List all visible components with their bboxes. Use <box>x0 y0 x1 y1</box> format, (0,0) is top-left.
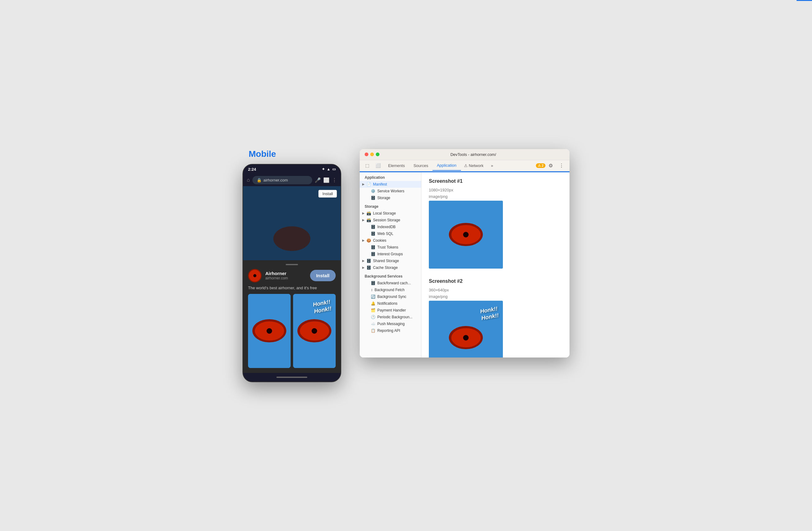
sidebar-item-bg-fetch[interactable]: ↕ Background Fetch <box>360 287 421 293</box>
interest-groups-icon: 🗄️ <box>371 252 375 256</box>
shared-storage-icon: 🗄️ <box>366 259 371 263</box>
sidebar-item-manifest[interactable]: ▶ 📄 Manifest <box>360 181 421 188</box>
sidebar-item-indexeddb[interactable]: 🗄️ IndexedDB <box>360 224 421 230</box>
sidebar-item-periodic-bg[interactable]: 🕐 Periodic Backgroun... <box>360 314 421 320</box>
tab-sources[interactable]: Sources <box>409 161 433 170</box>
reporting-api-label: Reporting API <box>377 329 400 333</box>
devtools-sidebar: Application ▶ 📄 Manifest ⚙️ Service Work… <box>360 172 421 358</box>
mobile-section: Mobile 2:24 ✦ ▲ ▭ ⌂ 🔒 airhorner.com 🎤 <box>243 149 341 382</box>
sidebar-item-interest-groups[interactable]: 🗄️ Interest Groups <box>360 251 421 257</box>
device-icon[interactable]: ⬜ <box>372 160 384 170</box>
sidebar-item-cache-storage[interactable]: ▶ 🗄️ Cache Storage <box>360 264 421 271</box>
tab-application[interactable]: Application <box>433 160 461 171</box>
minimize-button[interactable] <box>370 153 374 156</box>
cookies-icon: 🍪 <box>366 238 371 243</box>
sidebar-item-backforward[interactable]: 🗄️ Back/forward cach... <box>360 280 421 287</box>
screenshot-1-preview <box>429 201 503 269</box>
warning-badge: ⚠ 2 <box>536 163 546 168</box>
horn-mid-s2 <box>451 328 481 347</box>
horn-outer-1 <box>252 319 286 343</box>
sidebar-item-notifications[interactable]: 🔔 Notifications <box>360 300 421 307</box>
cache-storage-label: Cache Storage <box>373 266 398 270</box>
session-storage-label: Session Storage <box>373 218 400 222</box>
interest-groups-label: Interest Groups <box>377 252 403 256</box>
inspect-icon[interactable]: ⬚ <box>362 160 372 170</box>
cookies-label: Cookies <box>373 238 386 243</box>
devtools-title: DevTools - airhorner.com/ <box>382 152 565 157</box>
page-wrapper: Mobile 2:24 ✦ ▲ ▭ ⌂ 🔒 airhorner.com 🎤 <box>243 149 569 382</box>
app-name: Airhorner <box>265 271 306 276</box>
sidebar-item-local-storage[interactable]: ▶ 🗃️ Local Storage <box>360 210 421 217</box>
sidebar-item-shared-storage[interactable]: ▶ 🗄️ Shared Storage <box>360 257 421 264</box>
phone-url-box[interactable]: 🔒 airhorner.com <box>252 176 312 184</box>
honk-text-2: Honk!!Honk!! <box>313 298 332 315</box>
storage-icon: 🗄️ <box>371 196 375 200</box>
screenshot-1-visual <box>429 201 503 269</box>
settings-icon[interactable]: ⚙ <box>546 160 556 171</box>
bg-sync-icon: 🔄 <box>371 294 375 299</box>
tab-network-label: Network <box>469 163 484 168</box>
sidebar-item-reporting-api[interactable]: 📋 Reporting API <box>360 327 421 334</box>
horn-outer-2 <box>298 319 331 343</box>
maximize-button[interactable] <box>376 153 379 156</box>
devtools-body: Application ▶ 📄 Manifest ⚙️ Service Work… <box>360 172 569 358</box>
tab-more[interactable]: » <box>487 161 497 170</box>
horn-visual-1 <box>248 294 291 368</box>
sidebar-item-session-storage[interactable]: ▶ 🗃️ Session Storage <box>360 217 421 224</box>
app-info: Airhorner airhorner.com <box>265 271 306 280</box>
horn-outer-s2 <box>449 326 483 349</box>
install-button-top[interactable]: Install <box>318 190 337 198</box>
sidebar-item-trust-tokens[interactable]: 🗄️ Trust Tokens <box>360 244 421 251</box>
sidebar-item-websql[interactable]: 🗄️ Web SQL <box>360 230 421 237</box>
screenshot-1-title: Screenshot #1 <box>429 179 562 184</box>
bg-fetch-label: Background Fetch <box>375 288 404 292</box>
service-workers-icon: ⚙️ <box>371 189 375 193</box>
tab-overflow-icon[interactable]: ⋮ <box>556 160 567 171</box>
chevron-icon-cookies: ▶ <box>362 239 365 242</box>
phone-screenshot-2: Honk!!Honk!! <box>293 294 336 368</box>
install-button-main[interactable]: Install <box>310 270 336 281</box>
local-storage-icon: 🗃️ <box>366 211 371 215</box>
sidebar-item-bg-sync[interactable]: 🔄 Background Sync <box>360 293 421 300</box>
screenshot-2-visual: Honk!!Honk!! <box>429 301 503 358</box>
manifest-label: Manifest <box>373 182 387 186</box>
more-icon[interactable]: ⋮ <box>332 177 337 183</box>
sidebar-item-cookies[interactable]: ▶ 🍪 Cookies <box>360 237 421 244</box>
cache-storage-icon: 🗄️ <box>366 266 371 270</box>
chevron-icon-manifest: ▶ <box>362 182 365 186</box>
backforward-label: Back/forward cach... <box>377 281 411 285</box>
mobile-label: Mobile <box>249 149 276 159</box>
sidebar-item-push-messaging[interactable]: ☁️ Push Messaging <box>360 320 421 327</box>
session-storage-icon: 🗃️ <box>366 218 371 222</box>
honk-text-preview-2: Honk!!Honk!! <box>480 305 499 321</box>
network-warning-icon: ⚠ <box>464 163 468 168</box>
mic-icon[interactable]: 🎤 <box>315 177 321 183</box>
horn-inner-2 <box>311 328 317 334</box>
manifest-icon: 📄 <box>366 182 371 186</box>
cast-icon[interactable]: ⬜ <box>323 177 330 183</box>
periodic-bg-icon: 🕐 <box>371 315 375 319</box>
push-messaging-icon: ☁️ <box>371 322 375 326</box>
sidebar-item-service-workers[interactable]: ⚙️ Service Workers <box>360 188 421 195</box>
tab-elements[interactable]: Elements <box>384 161 409 170</box>
app-install-row: Airhorner airhorner.com Install <box>248 269 336 282</box>
phone-status-bar: 2:24 ✦ ▲ ▭ <box>243 165 340 174</box>
home-icon[interactable]: ⌂ <box>247 177 250 183</box>
screenshot-2-dimensions: 360×640px <box>429 288 562 292</box>
backforward-icon: 🗄️ <box>371 281 375 285</box>
payment-handler-icon: 🗂️ <box>371 308 375 312</box>
screenshot-1-type: image/png <box>429 194 562 199</box>
lock-icon: 🔒 <box>257 178 262 182</box>
chevron-icon-session: ▶ <box>362 218 365 222</box>
screenshot-2-title: Screenshot #2 <box>429 278 562 284</box>
websql-icon: 🗄️ <box>371 232 375 236</box>
sidebar-item-payment-handler[interactable]: 🗂️ Payment Handler <box>360 307 421 314</box>
push-messaging-label: Push Messaging <box>377 322 405 326</box>
sidebar-item-storage[interactable]: 🗄️ Storage <box>360 195 421 201</box>
close-button[interactable] <box>365 153 368 156</box>
devtools-tabs-bar: ⬚ ⬜ Elements Sources Application ⚠ Netwo… <box>360 160 569 171</box>
tab-network[interactable]: ⚠ Network <box>461 161 487 170</box>
payment-handler-label: Payment Handler <box>377 308 406 312</box>
reporting-api-icon: 📋 <box>371 329 375 333</box>
indexeddb-icon: 🗄️ <box>371 225 375 229</box>
